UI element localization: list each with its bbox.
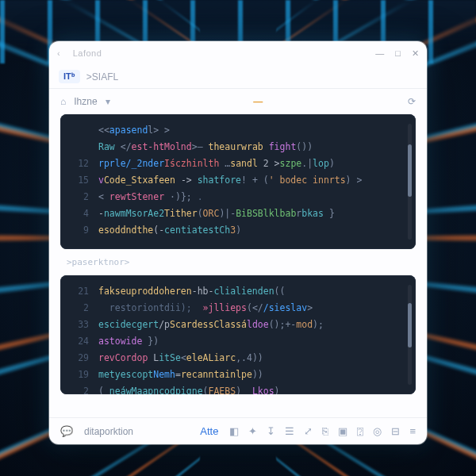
code-token: ( <box>203 383 209 394</box>
status-icon[interactable]: ↧ <box>267 425 275 437</box>
code-token: -> <box>175 172 198 189</box>
code-line[interactable]: 29revCordop LitSe<eleALiarc,.4)) <box>68 350 405 367</box>
code-token: fight <box>269 139 297 155</box>
code-editor-bottom[interactable]: 21fakseuproddoheren-hb-clialienden((2 re… <box>60 275 416 394</box>
status-icon[interactable]: ⍰ <box>357 425 363 437</box>
code-token: ,.4)) <box>236 350 263 367</box>
code-token: -hb- <box>192 283 214 300</box>
code-token: } <box>324 205 335 222</box>
code-token: ( <box>198 205 203 222</box>
code-line[interactable]: 21fakseuproddoheren-hb-clialienden(( <box>68 283 405 300</box>
chevron-down-icon[interactable]: ▾ <box>106 96 110 107</box>
code-token: - <box>98 205 104 222</box>
scrollbar[interactable] <box>408 124 412 240</box>
code-line[interactable]: 12rprle/_2nderIśczhinlth …sandl 2 >szpe.… <box>68 155 405 172</box>
code-token: r <box>296 205 301 222</box>
code-token: shatfore <box>198 172 241 189</box>
code-token: ) > <box>346 172 363 189</box>
divider-dash: — <box>253 96 264 107</box>
code-token: lop <box>313 155 329 172</box>
window-close-button[interactable]: ✕ <box>412 48 419 59</box>
code-line[interactable]: 4-nawmMsorAe2Tither(ORC)|-BiBSBlklbabrbk… <box>68 205 405 222</box>
code-token: ) <box>274 383 280 394</box>
code-line[interactable]: 24astowide }) <box>68 333 405 350</box>
status-icon[interactable]: ⊟ <box>391 425 400 437</box>
breadcrumb[interactable]: >SIAFL <box>86 71 118 83</box>
code-token: </ <box>121 139 132 155</box>
code-line[interactable]: 33escidecgert/pScardessClassáldoe();+-mo… <box>68 317 405 333</box>
status-icon[interactable]: ≡ <box>409 425 416 437</box>
code-token: Lkos <box>252 383 274 394</box>
scrollbar[interactable] <box>408 285 412 385</box>
atte-button[interactable]: Atte <box>200 425 218 437</box>
chat-icon[interactable]: 💬 <box>60 425 73 437</box>
code-token: ! + ( <box>241 172 269 189</box>
code-token: centiatestCh <box>164 222 230 239</box>
code-token: mod <box>296 317 313 333</box>
code-line[interactable]: 2( neáwMaapncodpigne(FAEBS) Lkos) <box>68 383 405 394</box>
window-minimize-button[interactable]: — <box>375 48 384 59</box>
code-token: /p <box>159 317 170 333</box>
code-token: . <box>192 189 203 205</box>
home-icon[interactable]: ⌂ <box>60 96 66 107</box>
code-token: (</ <box>247 300 263 317</box>
home-label[interactable]: Ihzne <box>74 96 97 107</box>
line-number: 2 <box>68 300 89 317</box>
code-token: fakseuproddoheren <box>98 283 192 300</box>
code-token: < <box>98 189 109 205</box>
code-token: apasend <box>109 122 148 139</box>
code-token: ) <box>236 383 252 394</box>
code-line[interactable]: 9esoddndthe(-centiatestCh3) <box>68 222 405 239</box>
refresh-icon[interactable]: ⟳ <box>408 96 416 107</box>
code-editor-top[interactable]: <<apasendl> >Raw </est-htMolnd>— theaurw… <box>60 114 416 249</box>
code-token: neáwMaapncodpigne <box>109 383 203 394</box>
nav-back-button[interactable]: ‹ <box>57 48 60 58</box>
code-token: }) <box>142 333 159 350</box>
status-icon[interactable]: ▣ <box>338 425 347 437</box>
code-token: rewtStener <box>109 189 164 205</box>
terminal-prompt[interactable]: >paserktnor> <box>60 255 416 269</box>
line-number: 4 <box>68 205 89 222</box>
code-line[interactable]: 2 restoriontdii); »jllieps(<//sieslav> <box>68 300 405 317</box>
code-token: (( <box>274 283 286 300</box>
app-badge[interactable]: ITᵇ <box>59 70 80 83</box>
code-token: Code_Stxafeen <box>104 172 175 189</box>
code-token: /sieslav <box>263 300 307 317</box>
status-icon[interactable]: ☰ <box>285 425 294 437</box>
code-token: ();+- <box>269 317 297 333</box>
status-icon-tray: ◧✦↧☰⤢⎘▣⍰◎⊟≡ <box>229 425 416 437</box>
code-token: << <box>98 122 109 139</box>
code-token: itSe <box>159 350 181 367</box>
window-maximize-button[interactable]: □ <box>395 48 401 59</box>
status-icon[interactable]: ◧ <box>229 425 239 437</box>
code-token: l> > <box>148 122 170 139</box>
code-token: metyescopt <box>98 367 153 383</box>
code-line[interactable]: 2< rewtStener ·)}; . <box>68 189 405 205</box>
code-token: rprle/_2nder <box>98 155 164 172</box>
code-line[interactable]: Raw </est-htMolnd>— theaurwrab fight()) <box>68 139 405 155</box>
code-line[interactable]: 19metyescoptNemh=recanntainlpe)) <box>68 367 405 383</box>
code-token: > <box>307 300 313 317</box>
code-token: < <box>181 350 186 367</box>
code-token: ldoe <box>247 317 269 333</box>
code-line[interactable]: 15vCode_Stxafeen -> shatfore! + (' bodec… <box>68 172 405 189</box>
code-token: eleALiarc <box>186 350 236 367</box>
line-number: 2 <box>68 189 89 205</box>
status-icon[interactable]: ⎘ <box>322 425 328 437</box>
status-icon[interactable]: ◎ <box>373 425 382 437</box>
line-number: 19 <box>68 367 89 383</box>
code-token: … <box>219 155 230 172</box>
code-token: >— <box>192 139 209 155</box>
code-line[interactable]: <<apasendl> > <box>68 122 405 139</box>
status-icon[interactable]: ✦ <box>248 425 257 437</box>
status-icon[interactable]: ⤢ <box>304 425 313 437</box>
line-number: 2 <box>68 383 89 394</box>
code-token: recanntainlpe <box>181 367 252 383</box>
line-number <box>68 122 89 139</box>
app-window: ‹ Lafond — □ ✕ ITᵇ >SIAFL ⌂ Ihzne ▾ — ⟳ … <box>49 41 427 444</box>
code-token: sandl <box>230 155 258 172</box>
line-number: 33 <box>68 317 89 333</box>
toolbar: ITᵇ >SIAFL <box>49 65 427 89</box>
code-token: escidecgert <box>98 317 159 333</box>
window-title: Lafond <box>73 48 102 58</box>
